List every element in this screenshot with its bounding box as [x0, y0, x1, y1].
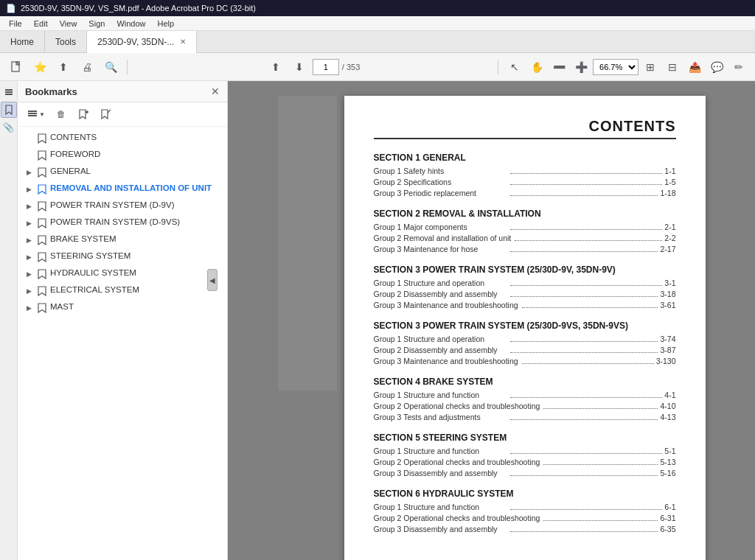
zoom-in-button[interactable]: ➕: [571, 57, 591, 77]
bookmark-item-general[interactable]: ▶GENERAL: [18, 164, 227, 181]
toc-group-label: Group 1 Structure and function: [374, 391, 507, 399]
toc-group-2-2: Group 3 Maintenance and troubleshooting3…: [374, 301, 676, 310]
toc-group-label: Group 3 Disassembly and assembly: [374, 525, 507, 533]
bookmark-item-steering[interactable]: ▶STEERING SYSTEM: [18, 248, 227, 265]
bookmark-label: CONTENTS: [50, 132, 97, 143]
main-area: 📎 Bookmarks ✕ ▼ 🗑 CONTENTSFOREWORD▶GENER…: [0, 81, 755, 560]
expand-arrow-icon[interactable]: [24, 150, 34, 161]
print-button[interactable]: 🖨: [77, 57, 97, 77]
bookmark-shape-icon: [38, 235, 46, 245]
tab-close-icon[interactable]: ✕: [180, 38, 186, 46]
bookmark-item-contents[interactable]: CONTENTS: [18, 130, 227, 147]
toc-dots: [510, 341, 658, 342]
toc-dots: [543, 464, 658, 465]
bookmark-icon: [37, 285, 47, 297]
bookmark-shape-icon: [38, 184, 46, 195]
toc-group-label: Group 1 Structure and operation: [374, 335, 507, 343]
menu-sign[interactable]: Sign: [83, 18, 111, 29]
bookmark-panel-icon: [4, 105, 13, 115]
toc-page-number: 4-13: [660, 413, 675, 421]
toc-group-4-0: Group 1 Structure and function4-1: [374, 391, 676, 400]
bookmark-item-removal[interactable]: ▶REMOVAL AND INSTALLATION OF UNIT: [18, 181, 227, 197]
toc-group-label: Group 2 Operational checks and troublesh…: [374, 514, 540, 522]
toc-section-section6: SECTION 6 HYDRAULIC SYSTEMGroup 1 Struct…: [374, 489, 676, 534]
expand-arrow-icon[interactable]: ▶: [24, 183, 34, 195]
bookmark-shape-icon: [38, 303, 46, 313]
bookmark-list: CONTENTSFOREWORD▶GENERAL▶REMOVAL AND INS…: [18, 127, 227, 560]
delete-bookmark-button[interactable]: 🗑: [52, 105, 71, 123]
toc-section-section5: SECTION 5 STEERING SYSTEMGroup 1 Structu…: [374, 433, 676, 478]
menu-edit[interactable]: Edit: [28, 18, 54, 29]
page-number-input[interactable]: [313, 59, 339, 75]
panel-button[interactable]: ⊟: [662, 57, 683, 77]
bookmark-icon: [37, 133, 47, 144]
bookmark-item-hydraulic[interactable]: ▶HYDRAULIC SYSTEM: [18, 265, 227, 282]
find-button[interactable]: 🔍: [100, 57, 121, 77]
panel-bookmarks-button[interactable]: [1, 102, 17, 118]
toc-dots: [510, 509, 663, 510]
bookmark-label: MAST: [50, 301, 74, 312]
menu-help[interactable]: Help: [152, 18, 181, 29]
bookmark-item-power-train-d9vs[interactable]: ▶POWER TRAIN SYSTEM (D-9VS): [18, 214, 227, 231]
toc-dots: [510, 229, 663, 230]
toc-page-number: 3-130: [656, 357, 676, 365]
toc-group-label: Group 3 Maintenance and troubleshooting: [374, 357, 518, 365]
expand-arrow-icon[interactable]: ▶: [24, 285, 34, 297]
toc-dots: [510, 397, 663, 398]
bookmark-item-mast[interactable]: ▶MAST: [18, 299, 227, 316]
expand-arrow-icon[interactable]: ▶: [24, 167, 34, 178]
sidebar-close-button[interactable]: ✕: [211, 85, 220, 97]
tab-tools[interactable]: Tools: [45, 31, 87, 52]
draw-button[interactable]: ✏: [728, 57, 749, 77]
comment-button[interactable]: 💬: [706, 57, 727, 77]
toc-dots: [510, 475, 658, 476]
menu-bar: File Edit View Sign Window Help: [0, 16, 755, 31]
next-page-button[interactable]: ⬇: [289, 57, 310, 77]
toc-dots: [510, 285, 663, 286]
zoom-select[interactable]: 66.7% 50% 75% 100% 125% 150%: [593, 59, 639, 75]
expand-arrow-icon[interactable]: ▶: [24, 200, 34, 212]
pointer-tool-button[interactable]: ↖: [504, 57, 525, 77]
share-button[interactable]: 📤: [684, 57, 705, 77]
toc-dots: [510, 296, 658, 297]
bookmark-item-power-train-d9v[interactable]: ▶POWER TRAIN SYSTEM (D-9V): [18, 197, 227, 214]
bookmark-label: HYDRAULIC SYSTEM: [50, 267, 136, 279]
bookmark-icon: [37, 302, 47, 314]
fit-page-button[interactable]: ⊞: [640, 57, 661, 77]
expand-arrow-icon[interactable]: ▶: [24, 217, 34, 229]
properties-button[interactable]: [96, 105, 115, 123]
expand-arrow-icon[interactable]: ▶: [24, 268, 34, 280]
bookmark-item-foreword[interactable]: FOREWORD: [18, 147, 227, 164]
tab-document[interactable]: 2530D-9V, 35DN-... ✕: [87, 31, 197, 53]
toc-dots: [515, 240, 662, 241]
menu-file[interactable]: File: [3, 18, 28, 29]
expand-arrow-icon[interactable]: ▶: [24, 302, 34, 314]
bookmark-label: GENERAL: [50, 166, 91, 177]
new-bookmark-button[interactable]: [74, 105, 93, 123]
menu-view[interactable]: View: [54, 18, 83, 29]
toc-section-title: SECTION 3 POWER TRAIN SYSTEM (25/30D-9V,…: [374, 265, 676, 275]
content-area[interactable]: CONTENTSSECTION 1 GENERALGroup 1 Safety …: [228, 81, 755, 560]
hand-tool-button[interactable]: ✋: [526, 57, 547, 77]
bookmark-item-electrical[interactable]: ▶ELECTRICAL SYSTEM: [18, 282, 227, 299]
expand-arrow-icon[interactable]: ▶: [24, 251, 34, 263]
tab-home-label: Home: [10, 37, 34, 47]
expand-arrow-icon[interactable]: [24, 133, 34, 144]
menu-window[interactable]: Window: [111, 18, 151, 29]
panel-layers-button[interactable]: [1, 84, 17, 100]
bookmark-label: STEERING SYSTEM: [50, 251, 131, 262]
toc-group-0-2: Group 3 Periodic replacement1-18: [374, 189, 676, 198]
bookmark-item-brake[interactable]: ▶BRAKE SYSTEM: [18, 231, 227, 248]
new-button[interactable]: [6, 57, 27, 77]
bookmark-options-button[interactable]: ▼: [24, 105, 49, 123]
expand-arrow-icon[interactable]: ▶: [24, 234, 34, 246]
zoom-out-button[interactable]: ➖: [549, 57, 569, 77]
panel-attach-button[interactable]: 📎: [1, 119, 17, 136]
upload-button[interactable]: ⬆: [53, 57, 74, 77]
bookmark-icon: [37, 234, 47, 246]
prev-page-button[interactable]: ⬆: [265, 57, 286, 77]
tab-home[interactable]: Home: [0, 31, 45, 52]
bookmark-button[interactable]: ⭐: [29, 57, 50, 77]
toc-group-label: Group 2 Operational checks and troublesh…: [374, 458, 540, 466]
bookmark-shape-icon: [38, 269, 46, 279]
